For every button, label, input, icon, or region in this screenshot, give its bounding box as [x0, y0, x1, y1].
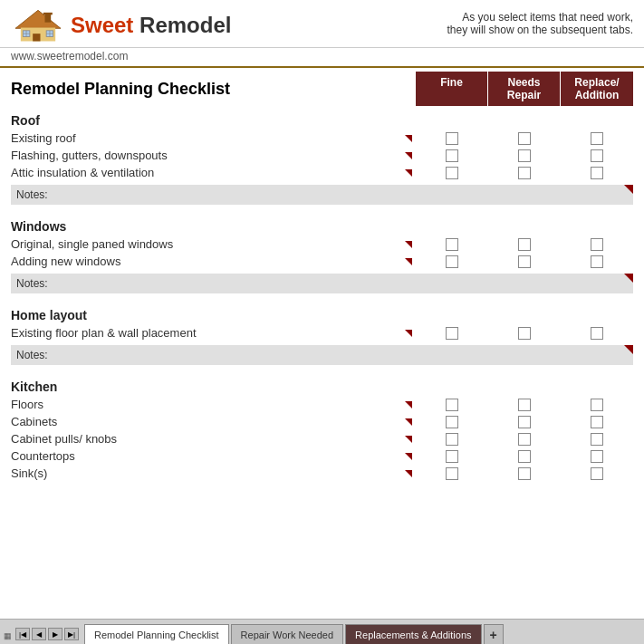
table-row: Sink(s) [11, 465, 633, 482]
tagline-line2: they will show on the subsequent tabs. [447, 24, 633, 36]
notes-corner-icon [624, 274, 633, 283]
checkbox-cell-replace [561, 416, 633, 428]
checkbox-repair[interactable] [518, 450, 531, 463]
red-corner-icon [405, 258, 412, 265]
checkbox-repair[interactable] [518, 149, 531, 162]
checkbox-fine[interactable] [446, 149, 458, 162]
checkbox-repair[interactable] [518, 327, 531, 340]
svg-rect-2 [43, 13, 53, 14]
section-roof: Roof Existing roof Flashing, gutters, do… [11, 106, 633, 205]
table-row: Flashing, gutters, downspouts [11, 147, 633, 164]
table-row: Existing roof [11, 130, 633, 147]
checkbox-cell-repair [488, 416, 561, 428]
logo-house-icon [11, 7, 65, 43]
tab-repair-work[interactable]: Repair Work Needed [231, 624, 344, 644]
website-url: www.sweetremodel.com [0, 48, 644, 68]
logo-text: Sweet Remodel [71, 14, 231, 36]
checkbox-replace[interactable] [591, 467, 603, 480]
section-home-layout: Home layout Existing floor plan & wall p… [11, 301, 633, 365]
checkbox-repair[interactable] [518, 255, 531, 268]
checkbox-replace[interactable] [591, 433, 603, 446]
tab-last-button[interactable]: ▶| [64, 628, 79, 640]
checkbox-replace[interactable] [591, 450, 603, 463]
svg-marker-0 [15, 10, 61, 28]
table-row: Cabinets [11, 413, 633, 430]
logo-remodel-text: Remodel [133, 13, 231, 37]
checkbox-group [416, 433, 633, 446]
checkbox-cell-replace [561, 167, 633, 179]
checkbox-replace[interactable] [591, 132, 603, 145]
checkbox-fine[interactable] [446, 467, 458, 480]
logo-image: Sweet Remodel [11, 7, 231, 43]
checkbox-cell-fine [416, 238, 488, 251]
tab-next-button[interactable]: ▶ [48, 628, 62, 640]
row-label: Cabinet pulls/ knobs [11, 432, 405, 446]
checkbox-fine[interactable] [446, 167, 458, 179]
checkbox-fine[interactable] [446, 255, 458, 268]
table-row: Countertops [11, 447, 633, 465]
notes-row-windows: Notes: [11, 274, 633, 293]
red-corner-icon [405, 401, 412, 409]
checkbox-replace[interactable] [591, 255, 603, 268]
checkbox-repair[interactable] [518, 132, 531, 145]
notes-corner-icon [624, 185, 633, 194]
checkbox-repair[interactable] [518, 399, 531, 411]
checkbox-group [416, 399, 633, 411]
checkbox-replace[interactable] [591, 327, 603, 340]
tab-add-button[interactable]: + [484, 624, 504, 644]
red-corner-icon [405, 169, 412, 177]
checkbox-cell-replace [561, 255, 633, 268]
checkbox-cell-fine [416, 255, 488, 268]
section-kitchen: Kitchen Floors Cabinets Cabinet pulls/ k… [11, 372, 633, 482]
checkbox-fine[interactable] [446, 238, 458, 251]
tab-first-button[interactable]: |◀ [15, 628, 30, 640]
checkbox-repair[interactable] [518, 238, 531, 251]
checkbox-cell-fine [416, 327, 488, 340]
checkbox-fine[interactable] [446, 433, 458, 446]
table-row: Cabinet pulls/ knobs [11, 430, 633, 447]
tab-bar: ▦ |◀ ◀ ▶ ▶| Remodel Planning Checklist R… [0, 619, 644, 644]
checkbox-repair[interactable] [518, 467, 531, 480]
checkbox-group [416, 167, 633, 179]
table-row: Existing floor plan & wall placement [11, 324, 633, 341]
checkbox-cell-repair [488, 149, 561, 162]
checkbox-repair[interactable] [518, 167, 531, 179]
table-row: Original, single paned windows [11, 235, 633, 253]
row-label: Flashing, gutters, downspouts [11, 149, 405, 162]
checkbox-cell-replace [561, 433, 633, 446]
checkbox-fine[interactable] [446, 450, 458, 463]
red-corner-icon [405, 135, 412, 142]
checkbox-cell-repair [488, 467, 561, 480]
checkbox-repair[interactable] [518, 433, 531, 446]
row-label: Floors [11, 398, 405, 411]
red-corner-icon [405, 152, 412, 159]
checkbox-cell-fine [416, 433, 488, 446]
checkbox-repair[interactable] [518, 416, 531, 428]
notes-row-roof: Notes: [11, 185, 633, 205]
notes-label: Notes: [16, 349, 48, 361]
tab-prev-button[interactable]: ◀ [32, 628, 46, 640]
section-title-home-layout: Home layout [11, 301, 633, 324]
checkbox-fine[interactable] [446, 327, 458, 340]
tab-replacements[interactable]: Replacements & Additions [345, 624, 481, 644]
row-label: Attic insulation & ventilation [11, 166, 405, 179]
table-row: Floors [11, 396, 633, 413]
checkbox-replace[interactable] [591, 399, 603, 411]
checkbox-replace[interactable] [591, 238, 603, 251]
logo-area: Sweet Remodel [11, 7, 231, 43]
spreadsheet-indicator: ▦ [4, 631, 12, 644]
checkbox-replace[interactable] [591, 167, 603, 179]
checkbox-fine[interactable] [446, 132, 458, 145]
tab-remodel-planning[interactable]: Remodel Planning Checklist [84, 624, 229, 644]
red-corner-icon [405, 241, 412, 248]
checkbox-replace[interactable] [591, 416, 603, 428]
checkbox-replace[interactable] [591, 149, 603, 162]
checkbox-fine[interactable] [446, 399, 458, 411]
section-title-kitchen: Kitchen [11, 372, 633, 396]
column-headers: Fine Needs Repair Replace/ Addition [416, 72, 633, 106]
svg-rect-4 [33, 34, 40, 41]
red-corner-icon [405, 418, 412, 426]
red-corner-icon [405, 470, 412, 477]
checkbox-fine[interactable] [446, 416, 458, 428]
tagline-line1: As you select items that need work, [447, 11, 633, 24]
